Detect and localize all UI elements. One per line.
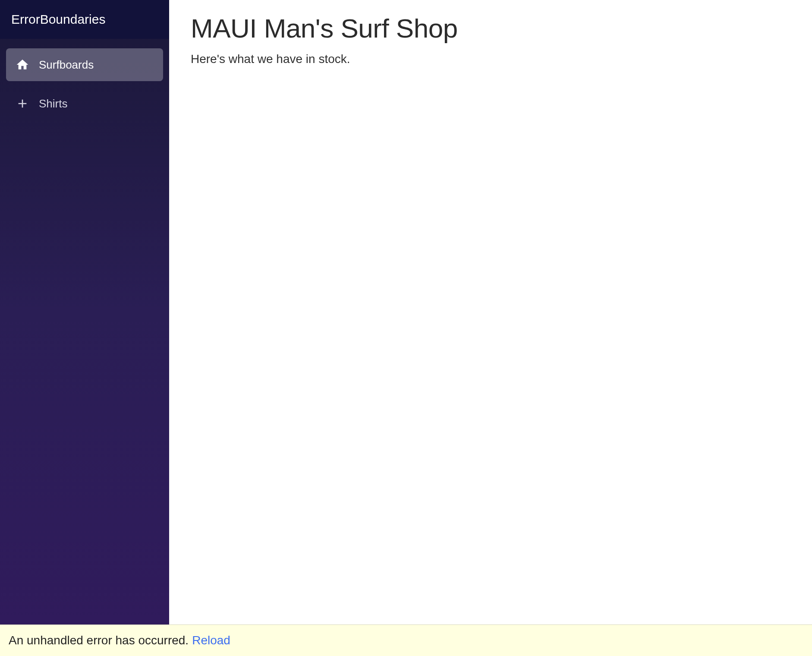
error-message: An unhandled error has occurred.: [9, 634, 189, 647]
sidebar-item-label: Shirts: [39, 97, 67, 110]
plus-icon: [16, 97, 29, 110]
page-title: MAUI Man's Surf Shop: [191, 13, 790, 44]
reload-link[interactable]: Reload: [192, 634, 230, 647]
sidebar: ErrorBoundaries Surfboards Shirts: [0, 0, 169, 624]
sidebar-nav: Surfboards Shirts: [0, 39, 169, 129]
sidebar-item-label: Surfboards: [39, 58, 94, 72]
app-title: ErrorBoundaries: [11, 12, 158, 27]
sidebar-item-surfboards[interactable]: Surfboards: [6, 48, 163, 81]
sidebar-item-shirts[interactable]: Shirts: [6, 87, 163, 120]
main-content: MAUI Man's Surf Shop Here's what we have…: [169, 0, 812, 624]
error-bar: An unhandled error has occurred. Reload: [0, 624, 812, 656]
home-icon: [16, 58, 29, 72]
app-container: ErrorBoundaries Surfboards Shirts MAUI M…: [0, 0, 812, 624]
sidebar-header: ErrorBoundaries: [0, 0, 169, 39]
page-subtitle: Here's what we have in stock.: [191, 52, 790, 66]
